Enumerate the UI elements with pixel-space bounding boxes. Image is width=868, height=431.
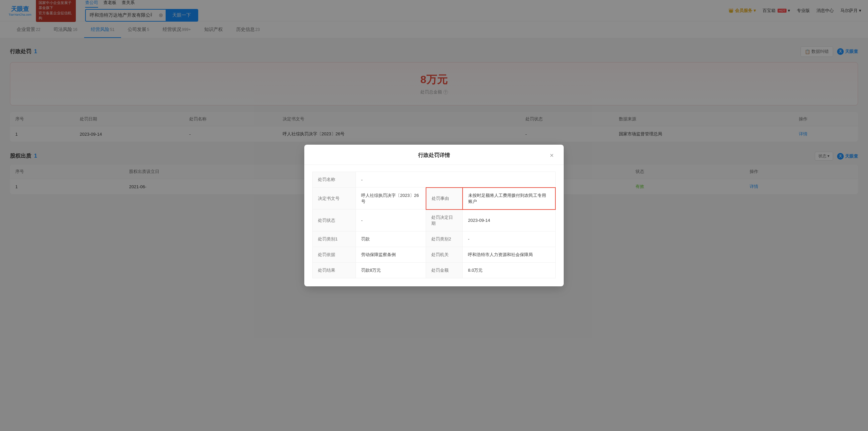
- detail-table: 处罚名称 - 决定书文号 呼人社综执罚决字〔2023〕26号 处罚事由 未按时足…: [312, 172, 556, 212]
- modal-close-button[interactable]: ×: [548, 151, 556, 159]
- label-doc-number: 决定书文号: [313, 188, 356, 210]
- value-penalty-reason: 未按时足额将人工费用拨付到农民工专用账户: [463, 188, 555, 210]
- modal-header: 行政处罚详情 ×: [304, 145, 564, 165]
- value-penalty-name: -: [356, 172, 556, 188]
- modal-title: 行政处罚详情: [320, 152, 548, 159]
- detail-row-1: 处罚名称 -: [313, 172, 556, 188]
- label-penalty-name: 处罚名称: [313, 172, 356, 188]
- modal-overlay[interactable]: 行政处罚详情 × 处罚名称 - 决定书文号 呼人社综执罚决字〔2023〕26号 …: [0, 0, 868, 212]
- value-penalty-date: 2023-09-14: [463, 210, 555, 212]
- detail-row-3: 处罚状态 - 处罚决定日期 2023-09-14: [313, 210, 556, 212]
- modal: 行政处罚详情 × 处罚名称 - 决定书文号 呼人社综执罚决字〔2023〕26号 …: [304, 145, 564, 212]
- label-penalty-reason: 处罚事由: [426, 188, 463, 210]
- label-penalty-date: 处罚决定日期: [426, 210, 463, 212]
- label-penalty-status: 处罚状态: [313, 210, 356, 212]
- value-doc-number: 呼人社综执罚决字〔2023〕26号: [356, 188, 426, 210]
- modal-body: 处罚名称 - 决定书文号 呼人社综执罚决字〔2023〕26号 处罚事由 未按时足…: [304, 165, 564, 212]
- detail-row-2: 决定书文号 呼人社综执罚决字〔2023〕26号 处罚事由 未按时足额将人工费用拨…: [313, 188, 556, 210]
- value-penalty-status: -: [356, 210, 426, 212]
